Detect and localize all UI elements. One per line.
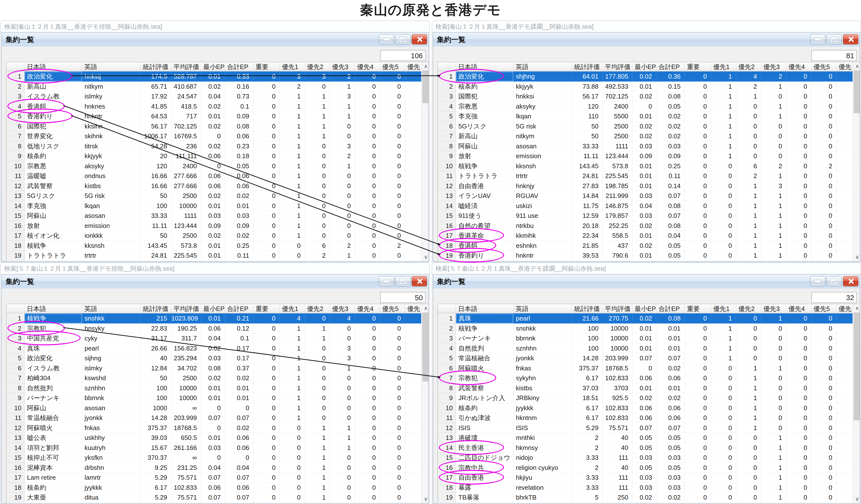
table-row[interactable]: 19トラトラトラtrtrtr24.81225.5450.010.11002100 xyxy=(6,251,422,261)
table-row[interactable]: 11常温核融合jyonkk14.28203.9990.070.07010000 xyxy=(6,413,422,423)
table-row[interactable]: 12自由香港hnknjy27.83198.7850.010.14001300 xyxy=(438,181,853,191)
table-row[interactable]: 10宗教悪aksyky120240000.05010100 xyxy=(6,161,422,171)
column-header[interactable]: 統計評価 xyxy=(572,62,603,71)
table-row[interactable]: 13港破壊mnthki2400.050.05000100 xyxy=(438,433,853,443)
column-header[interactable]: 合計EP xyxy=(225,62,254,71)
table-row[interactable]: 8自然批判sznhhn100100000.010.01010000 xyxy=(6,383,422,393)
close-button[interactable] xyxy=(843,34,858,44)
column-header[interactable]: 優先3 xyxy=(761,62,786,71)
table-row[interactable]: 10阿蘇山asosan1000∞00010000 xyxy=(6,403,422,413)
table-row[interactable]: 12武装警察kistbs16.66277.6660.060.06010000 xyxy=(6,181,422,191)
table-row[interactable]: 9核条約kkjyyk20111.1110.060.18010200 xyxy=(6,151,422,161)
minimize-button[interactable] xyxy=(810,276,825,286)
table-row[interactable]: 10核条約jyykkk6.17102.8330.060.06001000 xyxy=(438,403,853,413)
table-row[interactable]: 18核戦争kksnsh143.45573.80.010.25006202 xyxy=(6,241,422,251)
table-row[interactable]: 1真珠pearl21.66270.750.020.08010100 xyxy=(438,313,853,323)
table-row[interactable]: 3国際犯hnkksi56.17702.1250.020.08011000 xyxy=(438,92,853,101)
result-count-field[interactable]: 50 xyxy=(380,292,425,303)
column-header[interactable]: 優先1 xyxy=(280,62,305,71)
minimize-button[interactable] xyxy=(379,34,394,44)
table-row[interactable]: 18核条約jyykkk6.17102.8330.060.06001000 xyxy=(6,482,422,493)
minimize-button[interactable] xyxy=(810,34,825,44)
column-header[interactable]: 優先4 xyxy=(786,304,811,313)
table-row[interactable]: 9JRボルトン介入JRBkiny18.51925.50.020.02001000 xyxy=(438,393,853,403)
scrollbar-thumb[interactable] xyxy=(422,70,429,103)
column-header[interactable]: 統計評価 xyxy=(140,304,171,313)
column-header[interactable]: 優先1 xyxy=(711,304,736,313)
table-row[interactable]: 65Gリスク5G risk5025000.020.02010000 xyxy=(438,121,853,131)
column-header[interactable]: 平均評価 xyxy=(603,62,632,71)
table-row[interactable]: 1核戦争snshkk2151023.8090.010.21040400 xyxy=(6,313,422,323)
scroll-down-icon[interactable]: ∨ xyxy=(853,495,860,503)
column-header[interactable]: 優先 xyxy=(405,304,421,313)
table-row[interactable]: 5政治変化sijhng40235.2940.030.17010300 xyxy=(6,353,422,363)
scroll-down-icon[interactable]: ∨ xyxy=(853,253,860,261)
column-header[interactable]: 重要 xyxy=(254,62,280,71)
table-row[interactable]: 7柏崎304kswshd5025000.020.02010000 xyxy=(6,373,422,383)
column-header[interactable]: 最小EP xyxy=(632,304,656,313)
table-row[interactable]: 5常温核融合jyonkk14.28203.9990.070.07010000 xyxy=(438,353,853,363)
table-row[interactable]: 15911使う911 use12.59179.8570.030.07001100 xyxy=(438,211,853,221)
vertical-scrollbar[interactable]: ∧ ∨ xyxy=(853,62,860,261)
column-header[interactable]: 平均評価 xyxy=(603,304,632,313)
table-row[interactable]: 6国際犯kksihn56.17702.1250.020.08011000 xyxy=(6,121,422,131)
table-row[interactable]: 5李克強lkqan11055000.010.02010100 xyxy=(438,111,853,121)
table-row[interactable]: 2核戦争snshkk100100000.010.01010000 xyxy=(438,323,853,334)
restore-button[interactable] xyxy=(395,276,410,286)
column-header[interactable]: 優先4 xyxy=(355,304,380,313)
column-header[interactable]: 英語 xyxy=(514,304,572,313)
table-row[interactable]: 14李克強lkqan100100000.010.01010000 xyxy=(6,201,422,211)
column-header[interactable]: 統計評価 xyxy=(140,62,171,71)
column-header[interactable]: 優先4 xyxy=(355,62,380,71)
table-row[interactable]: 16自然の希望ntrkbu20.18252.250.020.08001100 xyxy=(438,221,853,231)
table-row[interactable]: 7新高山nitkym5025000.020.02010000 xyxy=(438,131,853,141)
column-header[interactable]: 優先5 xyxy=(380,304,405,313)
table-row[interactable]: 6阿蘇噴火fnkas375.3718768.500.02001100 xyxy=(438,363,853,373)
table-row[interactable]: 3イスラム教islmky17.9224.5470.040.73011300 xyxy=(6,92,422,101)
table-row[interactable]: 135Gリスク5G risk5025000.020.02010000 xyxy=(6,191,422,201)
column-header[interactable]: 英語 xyxy=(514,62,572,71)
close-button[interactable] xyxy=(843,276,858,286)
table-row[interactable]: 15二匹目のドジョウnidojo3.331110.030.03000100 xyxy=(438,453,853,463)
scroll-down-icon[interactable]: ∨ xyxy=(422,495,429,503)
result-count-field[interactable]: 81 xyxy=(811,50,857,61)
table-row[interactable]: 3バーナンキbbrnnk100100000.010.01010000 xyxy=(438,333,853,344)
table-row[interactable]: 12ISISISIS5.2975.5710.070.07001000 xyxy=(438,423,853,433)
column-header[interactable]: 平均評価 xyxy=(171,62,201,71)
column-header[interactable]: 優先5 xyxy=(811,304,836,313)
column-header[interactable]: 日本語 xyxy=(456,304,514,313)
column-header[interactable]: 優先1 xyxy=(280,304,305,313)
column-header[interactable]: 合計EP xyxy=(656,62,685,71)
column-header[interactable]: 重要 xyxy=(685,62,711,71)
column-header[interactable]: 重要 xyxy=(685,304,711,313)
scroll-down-icon[interactable]: ∨ xyxy=(422,253,429,261)
table-row[interactable]: 13イランUAVRGUAV14.84211.9990.030.07001100 xyxy=(438,191,853,201)
restore-button[interactable] xyxy=(395,34,410,44)
column-header[interactable]: 優先5 xyxy=(380,62,405,71)
table-row[interactable]: 13嘘公表uskhhy39.03650.50.010.06001100 xyxy=(6,433,422,443)
column-header[interactable]: 優先3 xyxy=(761,304,786,313)
table-row[interactable]: 8武装警察kistbs37.0337030.010.01001000 xyxy=(438,383,853,393)
vertical-scrollbar[interactable]: ∧ ∨ xyxy=(422,304,429,503)
column-header[interactable]: 英語 xyxy=(82,62,140,71)
scroll-up-icon[interactable]: ∧ xyxy=(422,304,429,312)
table-row[interactable]: 8低地リスクtitrsk54.282360.020.23010300 xyxy=(6,141,422,151)
column-header[interactable]: 優先3 xyxy=(330,62,355,71)
column-header[interactable]: 最小EP xyxy=(201,62,225,71)
table-row[interactable]: 4香港餌hnknes41.85418.50.020.1011100 xyxy=(6,101,422,112)
column-header[interactable]: 重要 xyxy=(254,304,280,313)
column-header[interactable] xyxy=(438,304,456,313)
scrollbar-thumb[interactable] xyxy=(422,312,429,381)
result-count-field[interactable]: 106 xyxy=(380,50,425,61)
table-row[interactable]: 14嘘経済uskizi11.75146.8750.040.08001100 xyxy=(438,201,853,211)
table-row[interactable]: 6イスラム教islmky12.8434.7020.080.37010100 xyxy=(6,363,422,373)
table-row[interactable]: 4自然批判sznhhn100100000.010.01010000 xyxy=(438,344,853,353)
scrollbar-thumb[interactable] xyxy=(853,312,860,420)
table-row[interactable]: 16放射emission11.11123.4440.090.09010000 xyxy=(6,221,422,231)
column-header[interactable]: 優先 xyxy=(836,62,853,71)
column-header[interactable]: 優先2 xyxy=(305,62,330,71)
table-row[interactable]: 7世界変化skihnk1006.1716769.500.06011000 xyxy=(6,131,422,141)
table-row[interactable]: 16泥棒資本drbshn9.25231.250.040.04001000 xyxy=(6,463,422,473)
vertical-scrollbar[interactable]: ∧ ∨ xyxy=(422,62,429,261)
column-header[interactable]: 優先2 xyxy=(736,62,761,71)
